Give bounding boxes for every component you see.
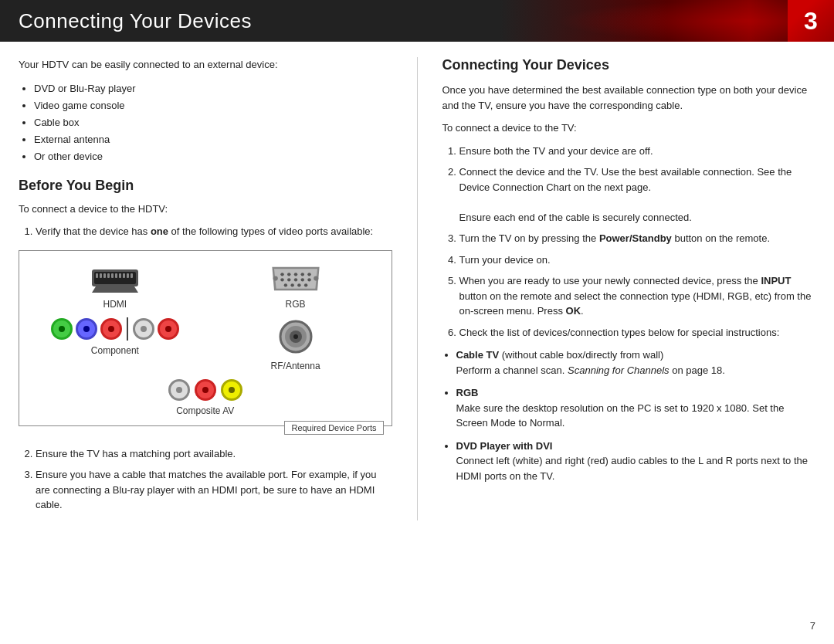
svg-point-34 <box>293 334 298 339</box>
list-item: DVD or Blu-Ray player <box>34 80 392 97</box>
footer-page-number: 7 <box>810 620 815 632</box>
right-steps-list: Ensure both the TV and your device are o… <box>459 144 816 341</box>
divider <box>127 317 128 341</box>
right-step-6: Check the list of devices/connection typ… <box>459 325 816 341</box>
right-step-1: Ensure both the TV and your device are o… <box>459 144 816 159</box>
rf-connector-icon <box>276 317 315 356</box>
intro-text: Your HDTV can be easily connected to an … <box>19 57 392 73</box>
rca-red-audio <box>158 318 179 340</box>
right-heading: Connecting Your Devices <box>442 57 816 73</box>
special-item-rgb: RGB Make sure the desktop resolution on … <box>456 385 816 431</box>
svg-marker-12 <box>92 286 138 293</box>
hdmi-label: HDMI <box>103 299 127 310</box>
composite-white <box>168 379 190 401</box>
component-label: Component <box>91 345 139 356</box>
right-step-2: Connect the device and the TV. Use the b… <box>459 164 816 225</box>
svg-point-21 <box>287 278 290 281</box>
port-composite: Composite AV <box>29 379 382 416</box>
ports-grid: HDMI <box>29 263 382 371</box>
svg-point-26 <box>290 283 293 286</box>
svg-rect-3 <box>100 273 102 278</box>
special-item-dvd: DVD Player with DVI Connect left (white)… <box>456 439 816 484</box>
list-item: Video game console <box>34 97 392 114</box>
svg-point-17 <box>293 273 297 276</box>
connect-hdtv-text: To connect a device to the HDTV: <box>19 202 392 217</box>
svg-rect-8 <box>119 273 121 278</box>
rgb-connector-icon <box>269 263 323 294</box>
rca-red-component <box>100 318 122 340</box>
right-step-3: Turn the TV on by pressing the Power/Sta… <box>459 231 816 246</box>
component-connectors <box>51 317 179 341</box>
svg-rect-7 <box>115 273 117 278</box>
rca-blue <box>76 318 97 340</box>
step1-bold: one <box>151 225 168 237</box>
header-decoration <box>556 0 788 42</box>
port-component: Component <box>29 317 202 371</box>
ports-caption: Required Device Ports <box>284 421 383 435</box>
list-item: Or other device <box>34 148 392 165</box>
power-standby-bold: Power/Standby <box>599 232 672 244</box>
svg-rect-4 <box>103 273 106 278</box>
right-step-5: When you are ready to use your newly con… <box>459 273 816 319</box>
svg-point-20 <box>280 278 283 281</box>
port-rgb: RGB <box>209 263 382 310</box>
svg-rect-2 <box>96 273 98 278</box>
page-title: Connecting Your Devices <box>19 9 252 33</box>
svg-point-27 <box>297 283 300 286</box>
svg-point-25 <box>283 283 286 286</box>
svg-rect-5 <box>107 273 110 278</box>
svg-point-19 <box>307 273 310 276</box>
svg-point-30 <box>314 276 318 280</box>
page-number-badge: 3 <box>788 0 834 42</box>
list-item: Cable box <box>34 114 392 131</box>
svg-rect-6 <box>111 273 114 278</box>
rca-white <box>133 318 154 340</box>
svg-point-18 <box>300 273 303 276</box>
rf-label: RF/Antenna <box>271 361 320 371</box>
composite-yellow <box>221 379 242 401</box>
rgb-bold: RGB <box>456 387 479 398</box>
before-you-begin-heading: Before You Begin <box>19 178 392 194</box>
device-list: DVD or Blu-Ray player Video game console… <box>34 80 392 165</box>
special-item-cable-tv: Cable TV (without cable box/directly fro… <box>456 347 816 378</box>
svg-point-15 <box>280 273 283 276</box>
svg-point-16 <box>287 273 290 276</box>
input-bold: INPUT <box>761 275 791 286</box>
main-content: Your HDTV can be easily connected to an … <box>0 42 834 536</box>
svg-point-22 <box>293 278 297 281</box>
svg-rect-11 <box>131 273 133 278</box>
steps-list: Verify that the device has one of the fo… <box>36 224 392 239</box>
cable-tv-bold: Cable TV <box>456 349 500 361</box>
svg-point-29 <box>273 276 277 280</box>
right-step-4: Turn your device on. <box>459 253 816 268</box>
dvd-bold: DVD Player with DVI <box>456 440 553 452</box>
ok-bold: OK <box>566 305 581 317</box>
right-connect-tv: To connect a device to the TV: <box>442 120 816 136</box>
left-column: Your HDTV can be easily connected to an … <box>19 57 392 520</box>
port-rf: RF/Antenna <box>209 317 382 371</box>
list-item: External antenna <box>34 131 392 148</box>
composite-label: Composite AV <box>176 405 234 416</box>
svg-rect-9 <box>123 273 125 278</box>
special-list: Cable TV (without cable box/directly fro… <box>456 347 816 483</box>
right-column: Connecting Your Devices Once you have de… <box>417 57 816 520</box>
step-1: Verify that the device has one of the fo… <box>36 224 392 239</box>
page-header: Connecting Your Devices 3 <box>0 0 834 42</box>
steps-list-2: Ensure the TV has a matching port availa… <box>36 446 392 513</box>
page-wrapper: Connecting Your Devices 3 Your HDTV can … <box>0 0 834 644</box>
rgb-label: RGB <box>286 299 306 310</box>
svg-point-24 <box>307 278 310 281</box>
svg-rect-10 <box>127 273 129 278</box>
composite-red <box>195 379 216 401</box>
port-hdmi: HDMI <box>29 263 202 310</box>
step-3: Ensure you have a cable that matches the… <box>36 467 392 513</box>
hdmi-connector-icon <box>88 263 142 294</box>
step-2: Ensure the TV has a matching port availa… <box>36 446 392 462</box>
svg-point-28 <box>304 283 307 286</box>
right-intro: Once you have determined the best availa… <box>442 83 816 113</box>
svg-point-23 <box>300 278 303 281</box>
composite-connectors <box>168 379 242 401</box>
scanning-italic: Scanning for Channels <box>568 364 670 376</box>
ports-diagram-box: HDMI <box>19 250 392 426</box>
rca-green <box>51 318 73 340</box>
